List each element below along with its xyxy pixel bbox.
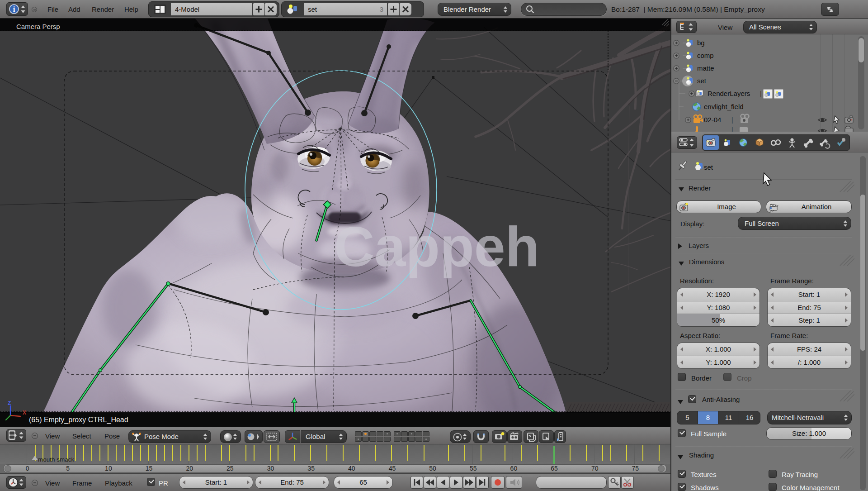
svg-text:|: | — [731, 116, 733, 124]
svg-text:|: | — [731, 126, 733, 132]
svg-text:02-04: 02-04 — [704, 116, 721, 124]
svg-text:X: X — [23, 410, 26, 416]
svg-text:Z: Z — [8, 400, 11, 406]
svg-text:|: | — [760, 90, 762, 97]
svg-text:comp: comp — [697, 52, 714, 59]
svg-text:set: set — [697, 77, 707, 85]
svg-text:Camera Persp: Camera Persp — [16, 23, 60, 30]
svg-text:bg: bg — [697, 39, 705, 47]
svg-text:RenderLayers: RenderLayers — [708, 90, 750, 97]
svg-text:i: i — [13, 5, 15, 14]
svg-text:matte: matte — [697, 64, 714, 72]
svg-text:Cappeh: Cappeh — [334, 215, 540, 278]
svg-text:envlight_field: envlight_field — [704, 103, 744, 110]
